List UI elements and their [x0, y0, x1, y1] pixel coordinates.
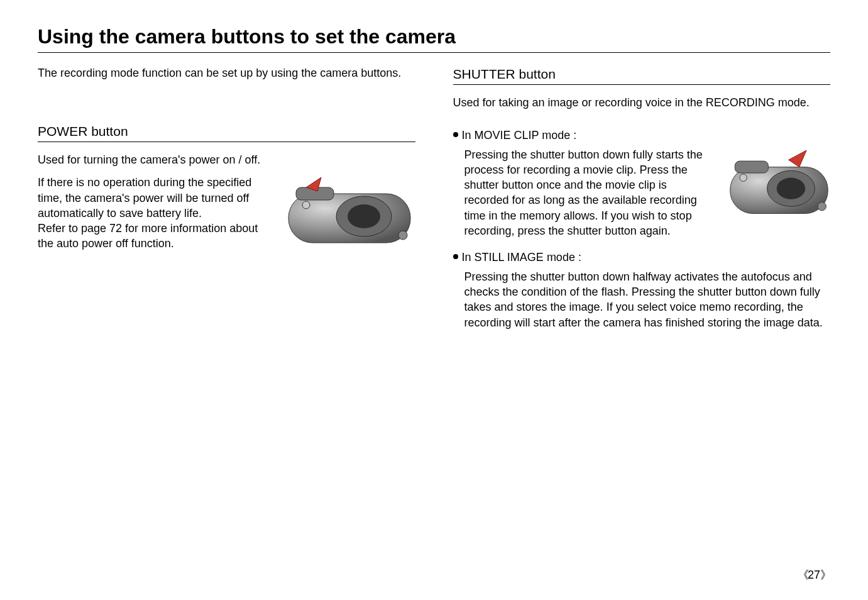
power-p2: If there is no operation during the spec…	[38, 175, 271, 221]
power-p1: Used for turning the camera's power on /…	[38, 152, 415, 167]
bullet-dot-icon	[453, 132, 458, 137]
svg-point-2	[348, 204, 380, 228]
bullet-still-image-body: Pressing the shutter button down halfway…	[464, 269, 831, 330]
svg-point-11	[818, 202, 826, 210]
intro-left: The recording mode function can be set u…	[38, 67, 415, 80]
page-title: Using the camera buttons to set the came…	[38, 25, 830, 48]
shutter-intro: Used for taking an image or recording vo…	[453, 95, 831, 110]
bullet-dot-icon	[453, 254, 458, 259]
svg-rect-9	[735, 161, 768, 173]
shutter-heading-underline	[453, 84, 831, 85]
camera-shutter-image	[727, 147, 830, 223]
bullet-movie-clip: In MOVIE CLIP mode :	[453, 128, 831, 143]
title-underline	[38, 52, 830, 53]
power-p3: Refer to page 72 for more information ab…	[38, 221, 271, 252]
shutter-heading: SHUTTER button	[453, 67, 831, 82]
camera-power-image	[283, 175, 415, 250]
bullet-movie-clip-body: Pressing the shutter button down fully s…	[464, 147, 715, 239]
camera-top-shutter-icon	[727, 147, 830, 223]
page-number-bracket-left: 《	[798, 569, 808, 581]
page-number-bracket-right: 》	[820, 569, 830, 581]
bullet-movie-clip-label: In MOVIE CLIP mode :	[462, 128, 577, 143]
power-heading: POWER button	[38, 124, 415, 139]
bullet-still-image-label: In STILL IMAGE mode :	[462, 250, 581, 265]
svg-point-10	[740, 174, 747, 181]
svg-point-5	[398, 231, 407, 240]
left-column: The recording mode function can be set u…	[38, 67, 415, 330]
svg-point-4	[302, 201, 310, 209]
page-number: 《27》	[798, 567, 830, 582]
svg-point-8	[777, 177, 806, 199]
camera-top-power-icon	[283, 175, 415, 250]
page-number-value: 27	[808, 569, 820, 581]
right-column: SHUTTER button Used for taking an image …	[453, 67, 831, 330]
bullet-still-image: In STILL IMAGE mode :	[453, 250, 831, 265]
power-heading-underline	[38, 142, 415, 142]
